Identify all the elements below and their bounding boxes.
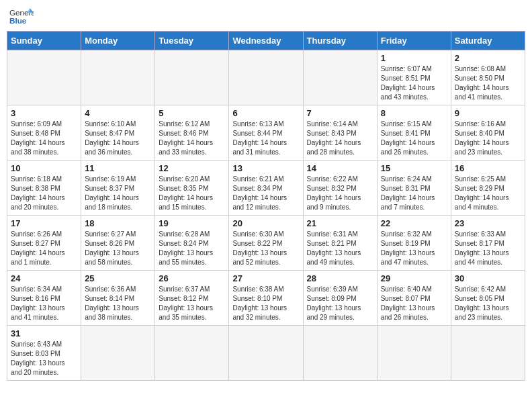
day-info: Sunrise: 6:33 AM Sunset: 8:17 PM Dayligh… — [455, 230, 521, 267]
day-number: 31 — [11, 328, 77, 338]
day-info: Sunrise: 6:36 AM Sunset: 8:14 PM Dayligh… — [85, 285, 151, 322]
calendar-cell — [303, 326, 377, 381]
calendar-cell — [229, 50, 303, 105]
day-info: Sunrise: 6:43 AM Sunset: 8:03 PM Dayligh… — [11, 340, 77, 377]
calendar-cell: 25Sunrise: 6:36 AM Sunset: 8:14 PM Dayli… — [81, 271, 155, 326]
calendar-cell: 14Sunrise: 6:22 AM Sunset: 8:32 PM Dayli… — [303, 161, 377, 216]
day-number: 4 — [85, 108, 151, 118]
calendar-cell — [155, 50, 229, 105]
day-number: 9 — [455, 108, 521, 118]
day-number: 25 — [85, 273, 151, 283]
day-info: Sunrise: 6:12 AM Sunset: 8:46 PM Dayligh… — [159, 120, 225, 157]
calendar-table: SundayMondayTuesdayWednesdayThursdayFrid… — [7, 31, 525, 381]
calendar-cell: 22Sunrise: 6:32 AM Sunset: 8:19 PM Dayli… — [377, 216, 451, 271]
calendar-cell: 16Sunrise: 6:25 AM Sunset: 8:29 PM Dayli… — [451, 161, 525, 216]
day-info: Sunrise: 6:28 AM Sunset: 8:24 PM Dayligh… — [159, 230, 225, 267]
day-info: Sunrise: 6:08 AM Sunset: 8:50 PM Dayligh… — [455, 64, 521, 102]
calendar-cell: 24Sunrise: 6:34 AM Sunset: 8:16 PM Dayli… — [7, 271, 81, 326]
calendar-week-row: 10Sunrise: 6:18 AM Sunset: 8:38 PM Dayli… — [7, 161, 525, 216]
calendar-cell: 28Sunrise: 6:39 AM Sunset: 8:09 PM Dayli… — [303, 271, 377, 326]
day-info: Sunrise: 6:31 AM Sunset: 8:21 PM Dayligh… — [307, 230, 373, 267]
day-info: Sunrise: 6:30 AM Sunset: 8:22 PM Dayligh… — [232, 230, 299, 267]
day-info: Sunrise: 6:10 AM Sunset: 8:47 PM Dayligh… — [85, 120, 151, 157]
day-info: Sunrise: 6:19 AM Sunset: 8:37 PM Dayligh… — [85, 175, 151, 212]
day-number: 3 — [11, 108, 77, 118]
calendar-week-row: 1Sunrise: 6:07 AM Sunset: 8:51 PM Daylig… — [7, 50, 525, 105]
day-info: Sunrise: 6:21 AM Sunset: 8:34 PM Dayligh… — [232, 175, 299, 212]
day-info: Sunrise: 6:14 AM Sunset: 8:43 PM Dayligh… — [307, 120, 373, 157]
day-info: Sunrise: 6:42 AM Sunset: 8:05 PM Dayligh… — [455, 285, 521, 322]
day-number: 29 — [381, 273, 447, 283]
calendar-cell: 30Sunrise: 6:42 AM Sunset: 8:05 PM Dayli… — [451, 271, 525, 326]
calendar-cell: 1Sunrise: 6:07 AM Sunset: 8:51 PM Daylig… — [377, 50, 451, 105]
weekday-header-sunday: Sunday — [7, 32, 81, 50]
day-number: 8 — [381, 108, 447, 118]
calendar-cell: 9Sunrise: 6:16 AM Sunset: 8:40 PM Daylig… — [451, 105, 525, 161]
calendar-cell: 18Sunrise: 6:27 AM Sunset: 8:26 PM Dayli… — [81, 216, 155, 271]
day-info: Sunrise: 6:22 AM Sunset: 8:32 PM Dayligh… — [307, 175, 373, 212]
calendar-cell — [81, 50, 155, 105]
day-info: Sunrise: 6:20 AM Sunset: 8:35 PM Dayligh… — [159, 175, 225, 212]
weekday-header-row: SundayMondayTuesdayWednesdayThursdayFrid… — [7, 32, 525, 50]
day-number: 24 — [11, 273, 77, 283]
calendar-cell: 20Sunrise: 6:30 AM Sunset: 8:22 PM Dayli… — [229, 216, 303, 271]
day-info: Sunrise: 6:18 AM Sunset: 8:38 PM Dayligh… — [11, 175, 77, 212]
day-number: 7 — [307, 108, 373, 118]
day-number: 5 — [159, 108, 225, 118]
calendar-cell — [155, 326, 229, 381]
day-number: 30 — [455, 273, 521, 283]
calendar-cell: 6Sunrise: 6:13 AM Sunset: 8:44 PM Daylig… — [229, 105, 303, 161]
weekday-header-saturday: Saturday — [451, 32, 525, 50]
calendar-cell: 26Sunrise: 6:37 AM Sunset: 8:12 PM Dayli… — [155, 271, 229, 326]
calendar-cell: 31Sunrise: 6:43 AM Sunset: 8:03 PM Dayli… — [7, 326, 81, 381]
weekday-header-wednesday: Wednesday — [229, 32, 303, 50]
day-number: 22 — [381, 218, 447, 228]
day-info: Sunrise: 6:34 AM Sunset: 8:16 PM Dayligh… — [11, 285, 77, 322]
calendar-cell: 19Sunrise: 6:28 AM Sunset: 8:24 PM Dayli… — [155, 216, 229, 271]
calendar-cell: 13Sunrise: 6:21 AM Sunset: 8:34 PM Dayli… — [229, 161, 303, 216]
day-info: Sunrise: 6:32 AM Sunset: 8:19 PM Dayligh… — [381, 230, 447, 267]
day-number: 10 — [11, 163, 77, 173]
calendar-cell: 17Sunrise: 6:26 AM Sunset: 8:27 PM Dayli… — [7, 216, 81, 271]
day-number: 11 — [85, 163, 151, 173]
day-info: Sunrise: 6:37 AM Sunset: 8:12 PM Dayligh… — [159, 285, 225, 322]
day-number: 19 — [159, 218, 225, 228]
day-number: 12 — [159, 163, 225, 173]
calendar-cell — [303, 50, 377, 105]
calendar-cell: 4Sunrise: 6:10 AM Sunset: 8:47 PM Daylig… — [81, 105, 155, 161]
calendar-cell: 10Sunrise: 6:18 AM Sunset: 8:38 PM Dayli… — [7, 161, 81, 216]
weekday-header-monday: Monday — [81, 32, 155, 50]
day-info: Sunrise: 6:13 AM Sunset: 8:44 PM Dayligh… — [232, 120, 299, 157]
calendar-cell: 21Sunrise: 6:31 AM Sunset: 8:21 PM Dayli… — [303, 216, 377, 271]
day-number: 14 — [307, 163, 373, 173]
day-number: 17 — [11, 218, 77, 228]
day-number: 6 — [232, 108, 299, 118]
day-info: Sunrise: 6:25 AM Sunset: 8:29 PM Dayligh… — [455, 175, 521, 212]
day-number: 13 — [232, 163, 299, 173]
calendar-cell: 8Sunrise: 6:15 AM Sunset: 8:41 PM Daylig… — [377, 105, 451, 161]
calendar-cell: 2Sunrise: 6:08 AM Sunset: 8:50 PM Daylig… — [451, 50, 525, 105]
calendar-cell: 15Sunrise: 6:24 AM Sunset: 8:31 PM Dayli… — [377, 161, 451, 216]
day-info: Sunrise: 6:07 AM Sunset: 8:51 PM Dayligh… — [381, 64, 447, 102]
day-info: Sunrise: 6:09 AM Sunset: 8:48 PM Dayligh… — [11, 120, 77, 157]
calendar-week-row: 31Sunrise: 6:43 AM Sunset: 8:03 PM Dayli… — [7, 326, 525, 381]
calendar-cell — [229, 326, 303, 381]
logo: General Blue — [9, 7, 34, 26]
calendar-cell: 12Sunrise: 6:20 AM Sunset: 8:35 PM Dayli… — [155, 161, 229, 216]
calendar-cell: 5Sunrise: 6:12 AM Sunset: 8:46 PM Daylig… — [155, 105, 229, 161]
calendar-cell — [81, 326, 155, 381]
svg-text:Blue: Blue — [9, 16, 27, 25]
calendar-week-row: 17Sunrise: 6:26 AM Sunset: 8:27 PM Dayli… — [7, 216, 525, 271]
day-number: 27 — [232, 273, 299, 283]
day-number: 20 — [232, 218, 299, 228]
day-info: Sunrise: 6:40 AM Sunset: 8:07 PM Dayligh… — [381, 285, 447, 322]
weekday-header-tuesday: Tuesday — [155, 32, 229, 50]
calendar-week-row: 24Sunrise: 6:34 AM Sunset: 8:16 PM Dayli… — [7, 271, 525, 326]
day-number: 15 — [381, 163, 447, 173]
calendar-cell: 27Sunrise: 6:38 AM Sunset: 8:10 PM Dayli… — [229, 271, 303, 326]
day-info: Sunrise: 6:15 AM Sunset: 8:41 PM Dayligh… — [381, 120, 447, 157]
day-info: Sunrise: 6:24 AM Sunset: 8:31 PM Dayligh… — [381, 175, 447, 212]
day-number: 1 — [381, 53, 447, 63]
weekday-header-thursday: Thursday — [303, 32, 377, 50]
day-info: Sunrise: 6:38 AM Sunset: 8:10 PM Dayligh… — [232, 285, 299, 322]
